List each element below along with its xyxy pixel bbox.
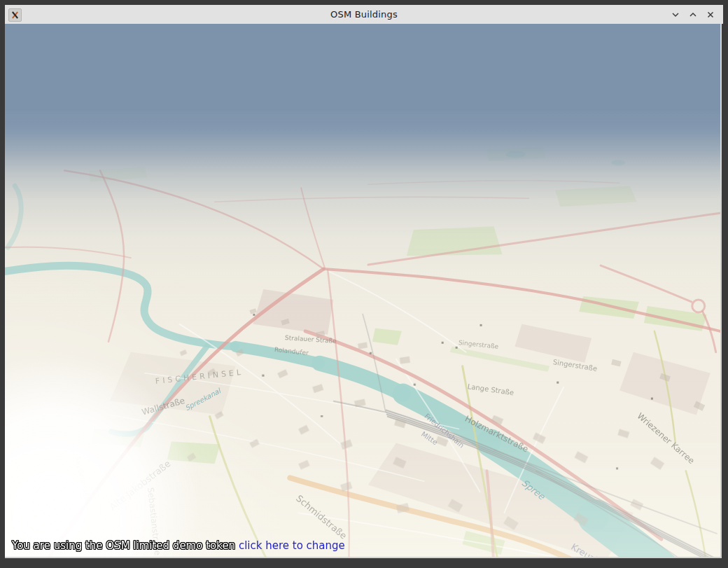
- window-titlebar[interactable]: OSM Buildings: [5, 5, 723, 24]
- chevron-down-icon: [671, 10, 680, 20]
- statusbar: You are using the OSM limited demo token…: [12, 539, 345, 553]
- close-button[interactable]: [701, 6, 719, 23]
- maximize-button[interactable]: [684, 6, 701, 23]
- app-window: OSM Buildings: [0, 0, 728, 568]
- close-x-icon: [706, 10, 715, 20]
- window-controls: [666, 5, 719, 24]
- window-title: OSM Buildings: [5, 9, 723, 20]
- change-token-link[interactable]: click here to change: [239, 539, 345, 552]
- status-message: You are using the OSM limited demo token: [12, 539, 239, 552]
- chevron-up-icon: [688, 10, 698, 20]
- minimize-button[interactable]: [666, 6, 684, 23]
- map-canvas: [5, 24, 720, 557]
- map-viewport[interactable]: Stralauer StraßeRolanduferWallstraßeAlte…: [5, 24, 722, 558]
